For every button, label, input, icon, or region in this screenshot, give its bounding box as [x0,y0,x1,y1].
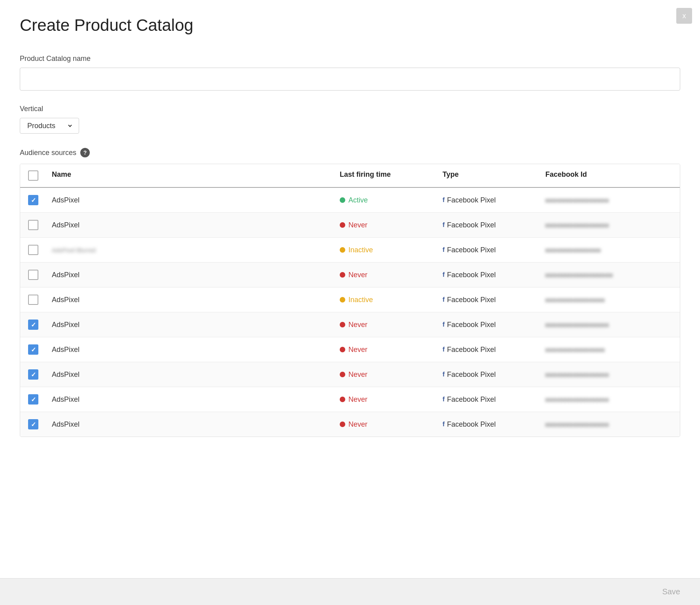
audience-sources-label: Audience sources [20,149,76,157]
status-label: Never [348,346,367,354]
table-header: Name Last firing time Type Facebook Id [20,164,680,188]
type-cell: f Facebook Pixel [443,321,545,329]
status-dot [340,297,345,302]
close-icon: x [683,12,686,20]
status-cell: Never [340,346,443,354]
status-dot [340,397,345,402]
facebook-id: ■■■■■■■■■■■■■■ [545,247,672,253]
row-checkbox[interactable] [28,344,38,355]
table-row: AdsPixel Never f Facebook Pixel ■■■■■■■■… [20,312,680,337]
row-name: AdsPixel [52,420,340,429]
row-checkbox[interactable] [28,195,38,205]
save-button[interactable]: Save [662,587,680,596]
facebook-icon: f [443,221,445,229]
row-checkbox[interactable] [28,394,38,405]
type-label: Facebook Pixel [447,395,496,404]
facebook-id: ■■■■■■■■■■■■■■■ [545,346,672,353]
status-cell: Inactive [340,296,443,304]
status-label: Never [348,420,367,429]
type-cell: f Facebook Pixel [443,246,545,254]
row-checkbox[interactable] [28,419,38,429]
table-row: AdsPixel Blurred Inactive f Facebook Pix… [20,238,680,263]
type-label: Facebook Pixel [447,321,496,329]
type-cell: f Facebook Pixel [443,346,545,354]
facebook-icon: f [443,246,445,253]
status-label: Never [348,321,367,329]
table-row: AdsPixel Active f Facebook Pixel ■■■■■■■… [20,188,680,213]
facebook-icon: f [443,197,445,204]
status-dot [340,247,345,253]
page-title: Create Product Catalog [20,16,680,35]
audience-sources-table: Name Last firing time Type Facebook Id A… [20,164,680,437]
status-cell: Never [340,371,443,379]
table-row: AdsPixel Never f Facebook Pixel ■■■■■■■■… [20,387,680,412]
status-label: Never [348,371,367,379]
facebook-id: ■■■■■■■■■■■■■■■■■ [545,272,672,278]
row-name: AdsPixel Blurred [52,247,340,253]
catalog-name-input[interactable] [20,68,680,91]
status-label: Inactive [348,296,373,304]
status-dot [340,272,345,278]
facebook-icon: f [443,296,445,303]
type-cell: f Facebook Pixel [443,420,545,429]
type-cell: f Facebook Pixel [443,196,545,204]
table-row: AdsPixel Never f Facebook Pixel ■■■■■■■■… [20,412,680,437]
facebook-icon: f [443,271,445,278]
table-row: AdsPixel Never f Facebook Pixel ■■■■■■■■… [20,337,680,362]
status-label: Never [348,395,367,404]
row-name: AdsPixel [52,296,340,304]
status-dot [340,347,345,352]
status-cell: Never [340,395,443,404]
status-cell: Never [340,221,443,229]
audience-sources-row: Audience sources ? [20,148,680,157]
type-cell: f Facebook Pixel [443,271,545,279]
select-all-checkbox[interactable] [28,170,38,181]
vertical-select-wrapper[interactable]: Products Travel Automotive Real Estate [20,118,79,134]
facebook-icon: f [443,346,445,353]
close-button[interactable]: x [676,8,692,24]
col-fb-id: Facebook Id [545,170,672,181]
status-cell: Never [340,321,443,329]
status-label: Active [348,196,368,204]
facebook-id: ■■■■■■■■■■■■■■■■ [545,371,672,378]
facebook-id: ■■■■■■■■■■■■■■■■ [545,222,672,229]
facebook-id: ■■■■■■■■■■■■■■■■ [545,396,672,403]
facebook-id: ■■■■■■■■■■■■■■■■ [545,321,672,328]
table-row: AdsPixel Inactive f Facebook Pixel ■■■■■… [20,287,680,312]
facebook-id: ■■■■■■■■■■■■■■■■ [545,197,672,204]
row-name: AdsPixel [52,221,340,229]
footer: Save [0,578,700,605]
row-checkbox[interactable] [28,245,38,255]
type-cell: f Facebook Pixel [443,296,545,304]
type-label: Facebook Pixel [447,296,496,304]
status-label: Never [348,271,367,279]
status-label: Never [348,221,367,229]
row-checkbox[interactable] [28,320,38,330]
status-label: Inactive [348,246,373,254]
table-body: AdsPixel Active f Facebook Pixel ■■■■■■■… [20,188,680,437]
row-name: AdsPixel [52,346,340,354]
type-label: Facebook Pixel [447,371,496,379]
row-checkbox[interactable] [28,270,38,280]
row-name: AdsPixel [52,196,340,204]
facebook-icon: f [443,421,445,428]
catalog-name-field: Product Catalog name [20,55,680,105]
table-row: AdsPixel Never f Facebook Pixel ■■■■■■■■… [20,263,680,287]
col-name: Name [52,170,340,181]
row-checkbox[interactable] [28,369,38,380]
status-cell: Never [340,420,443,429]
type-cell: f Facebook Pixel [443,221,545,229]
help-icon[interactable]: ? [80,148,90,157]
type-label: Facebook Pixel [447,221,496,229]
row-checkbox[interactable] [28,220,38,230]
type-label: Facebook Pixel [447,196,496,204]
table-row: AdsPixel Never f Facebook Pixel ■■■■■■■■… [20,213,680,238]
row-checkbox[interactable] [28,295,38,305]
status-cell: Never [340,271,443,279]
status-dot [340,222,345,228]
table-row: AdsPixel Never f Facebook Pixel ■■■■■■■■… [20,362,680,387]
type-label: Facebook Pixel [447,420,496,429]
vertical-select[interactable]: Products Travel Automotive Real Estate [26,121,73,130]
row-name: AdsPixel [52,371,340,379]
facebook-id: ■■■■■■■■■■■■■■■■ [545,421,672,428]
